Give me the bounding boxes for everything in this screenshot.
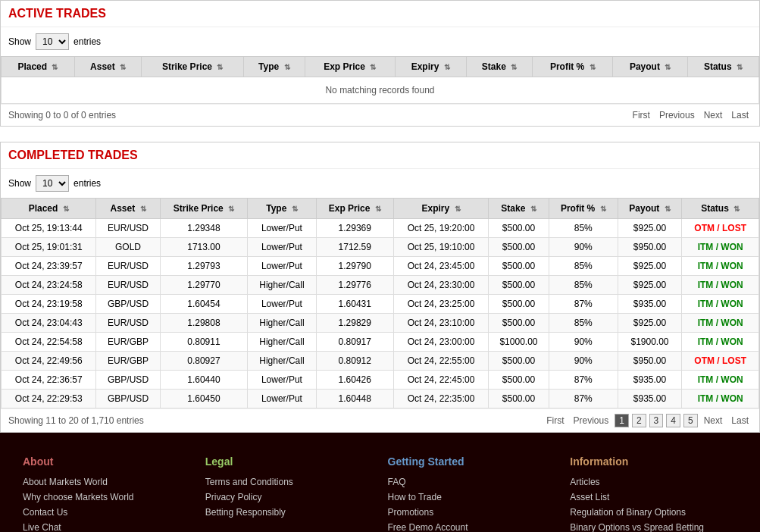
footer-articles[interactable]: Articles: [570, 477, 737, 487]
row-expiry: Oct 24, 22:35:00: [393, 390, 488, 408]
row-profit: 85%: [549, 314, 618, 333]
completed-trades-thead: Placed ⇅ Asset ⇅ Strike Price ⇅ Type ⇅ E…: [2, 199, 759, 219]
completed-page-1[interactable]: 1: [615, 414, 629, 427]
active-col-expiry[interactable]: Expiry ⇅: [395, 57, 466, 77]
completed-previous-link[interactable]: Previous: [571, 415, 612, 427]
completed-page-3[interactable]: 3: [649, 414, 664, 427]
active-next-link[interactable]: Next: [701, 109, 726, 121]
active-pagination-links: First Previous Next Last: [630, 109, 752, 121]
completed-col-stake[interactable]: Stake ⇅: [489, 199, 549, 219]
row-exp-price: 1.29829: [316, 314, 393, 333]
completed-page-5[interactable]: 5: [683, 414, 698, 427]
completed-row-4: Oct 24, 23:19:58 GBP/USD 1.60454 Lower/P…: [2, 295, 759, 314]
completed-row-2: Oct 24, 23:39:57 EUR/USD 1.29793 Lower/P…: [2, 257, 759, 276]
completed-page-4[interactable]: 4: [666, 414, 680, 427]
row-asset: EUR/USD: [96, 219, 160, 238]
completed-trades-section: COMPLETED TRADES Show 10 25 50 entries P…: [0, 142, 760, 433]
footer-why-choose[interactable]: Why choose Markets World: [23, 492, 190, 502]
completed-last-link[interactable]: Last: [728, 415, 752, 427]
active-col-asset[interactable]: Asset ⇅: [74, 57, 142, 77]
row-status: ITM / WON: [682, 238, 759, 257]
footer-live-chat[interactable]: Live Chat: [23, 522, 190, 532]
active-pagination-row: Showing 0 to 0 of 0 entries First Previo…: [1, 104, 759, 126]
footer-terms[interactable]: Terms and Conditions: [205, 477, 373, 487]
footer-betting[interactable]: Betting Responsibly: [205, 507, 373, 518]
footer-privacy[interactable]: Privacy Policy: [205, 492, 373, 502]
active-col-payout[interactable]: Payout ⇅: [613, 57, 688, 77]
active-col-placed[interactable]: Placed ⇅: [2, 57, 75, 77]
row-type: Higher/Call: [248, 276, 317, 295]
footer-how-to-trade[interactable]: How to Trade: [388, 492, 555, 502]
row-stake: $500.00: [489, 314, 549, 333]
completed-col-expiry[interactable]: Expiry ⇅: [393, 199, 488, 219]
footer-faq[interactable]: FAQ: [388, 477, 555, 487]
row-stake: $500.00: [489, 390, 549, 408]
footer-free-demo[interactable]: Free Demo Account: [388, 522, 555, 532]
completed-col-status[interactable]: Status ⇅: [682, 199, 759, 219]
completed-col-exp-price[interactable]: Exp Price ⇅: [316, 199, 393, 219]
csort-strike: ⇅: [228, 205, 234, 213]
row-profit: 87%: [549, 295, 618, 314]
row-profit: 85%: [549, 276, 618, 295]
active-col-exp-price[interactable]: Exp Price ⇅: [305, 57, 395, 77]
active-col-status[interactable]: Status ⇅: [687, 57, 758, 77]
active-col-stake[interactable]: Stake ⇅: [466, 57, 533, 77]
completed-first-link[interactable]: First: [543, 415, 567, 427]
completed-entries-select[interactable]: 10 25 50: [36, 175, 69, 192]
active-col-type[interactable]: Type ⇅: [243, 57, 305, 77]
csort-placed: ⇅: [63, 205, 69, 213]
active-show-label: Show: [8, 36, 31, 47]
sort-icon-status: ⇅: [737, 63, 743, 71]
row-type: Higher/Call: [248, 333, 317, 352]
row-placed: Oct 24, 22:36:57: [2, 371, 96, 390]
row-stake: $500.00: [489, 257, 549, 276]
active-trades-header-row: Placed ⇅ Asset ⇅ Strike Price ⇅ Type ⇅ E…: [2, 57, 759, 77]
row-strike: 1.29348: [160, 219, 248, 238]
row-type: Lower/Put: [248, 295, 317, 314]
footer-regulation[interactable]: Regulation of Binary Options: [570, 507, 737, 518]
footer-information-title: Information: [570, 455, 737, 468]
footer-about-markets-world[interactable]: About Markets World: [23, 477, 190, 487]
completed-row-5: Oct 24, 23:04:43 EUR/USD 1.29808 Higher/…: [2, 314, 759, 333]
sort-icon-asset: ⇅: [120, 63, 126, 71]
row-payout: $950.00: [618, 352, 682, 371]
completed-page-2[interactable]: 2: [632, 414, 646, 427]
active-trades-section: ACTIVE TRADES Show 10 25 50 entries Plac…: [0, 0, 760, 127]
active-entries-label: entries: [73, 36, 101, 47]
footer-about-title: About: [23, 455, 190, 468]
sort-icon-exp-price: ⇅: [370, 63, 376, 71]
sort-icon-strike: ⇅: [217, 63, 223, 71]
row-status: ITM / WON: [682, 314, 759, 333]
row-status: ITM / WON: [682, 371, 759, 390]
completed-col-type[interactable]: Type ⇅: [248, 199, 317, 219]
row-status: ITM / WON: [682, 257, 759, 276]
row-placed: Oct 24, 23:24:58: [2, 276, 96, 295]
row-status: ITM / WON: [682, 276, 759, 295]
active-previous-link[interactable]: Previous: [656, 109, 698, 121]
row-placed: Oct 24, 22:49:56: [2, 352, 96, 371]
active-col-strike[interactable]: Strike Price ⇅: [142, 57, 244, 77]
footer-asset-list[interactable]: Asset List: [570, 492, 737, 502]
completed-col-profit[interactable]: Profit % ⇅: [549, 199, 618, 219]
active-col-profit[interactable]: Profit % ⇅: [533, 57, 613, 77]
row-exp-price: 0.80917: [316, 333, 393, 352]
row-placed: Oct 25, 19:01:31: [2, 238, 96, 257]
active-trades-table: Placed ⇅ Asset ⇅ Strike Price ⇅ Type ⇅ E…: [1, 56, 759, 104]
completed-col-strike[interactable]: Strike Price ⇅: [160, 199, 248, 219]
completed-col-payout[interactable]: Payout ⇅: [618, 199, 682, 219]
active-last-link[interactable]: Last: [728, 109, 752, 121]
footer: About About Markets World Why choose Mar…: [0, 433, 760, 532]
completed-col-asset[interactable]: Asset ⇅: [96, 199, 160, 219]
footer-promotions[interactable]: Promotions: [388, 507, 555, 518]
completed-col-placed[interactable]: Placed ⇅: [2, 199, 96, 219]
row-stake: $500.00: [489, 295, 549, 314]
csort-status: ⇅: [733, 205, 740, 213]
sort-icon-expiry: ⇅: [444, 63, 450, 71]
completed-next-link[interactable]: Next: [701, 415, 726, 427]
active-first-link[interactable]: First: [630, 109, 653, 121]
footer-contact-us[interactable]: Contact Us: [23, 507, 190, 518]
row-exp-price: 1712.59: [316, 238, 393, 257]
footer-vs-spread[interactable]: Binary Options vs Spread Betting: [570, 522, 737, 532]
row-payout: $935.00: [618, 371, 682, 390]
active-entries-select[interactable]: 10 25 50: [36, 33, 69, 50]
